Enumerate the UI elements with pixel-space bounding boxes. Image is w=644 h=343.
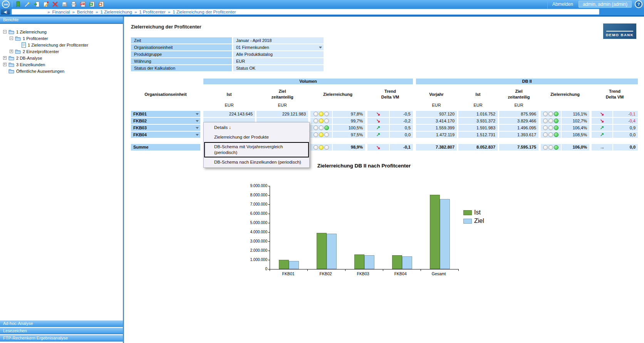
row-label-cell[interactable]: FKB02 — [131, 118, 200, 124]
help-icon[interactable]: ? — [635, 0, 642, 8]
menu-item-3[interactable]: DB-Schema mit Vorjahresvergleich (period… — [204, 142, 309, 157]
menu-item-2[interactable]: Zielerreichung der Produkte — [204, 132, 309, 142]
header-line: Trend — [592, 89, 638, 94]
folder-icon — [8, 62, 14, 67]
tree-item[interactable]: 1 Zielerreichung der Profitcenter — [0, 42, 123, 48]
cell-db-pct: 106,0% — [562, 144, 589, 151]
tree-expander-plus-icon[interactable]: + — [10, 50, 13, 53]
breadcrumb-item-4[interactable]: 1 Profitcenter — [139, 10, 165, 14]
tree-item[interactable]: Öffentliche Auswertungen — [0, 68, 123, 74]
y-tick-mark — [268, 232, 270, 233]
bar-ist-FKB04 — [392, 255, 402, 269]
traffic-dot-red — [543, 112, 548, 116]
trend-arrow-up-icon: ↗ — [592, 132, 612, 138]
tree-expander-plus-icon[interactable]: + — [3, 56, 7, 60]
export-excel-icon[interactable] — [87, 0, 97, 8]
cell-vol-delta: -0,2 — [390, 118, 413, 124]
unit-label — [131, 102, 200, 108]
tree-expander-plus-icon[interactable]: + — [3, 63, 7, 66]
filter-value[interactable]: 01 Firmenkunden — [233, 44, 324, 50]
traffic-dot-yellow — [548, 112, 553, 116]
filter-value: Januar - April 2018 — [233, 37, 324, 44]
bookmark-icon[interactable] — [13, 0, 23, 8]
col-header-zielerreichung-db: Zielerreichung — [541, 88, 589, 101]
top-toolbar: zeb PDF Abmelden admin, admin (admin) ? — [0, 0, 644, 9]
filter-value: Alle Produktkatalog — [233, 51, 324, 57]
traffic-dot-yellow — [548, 119, 553, 123]
sidebar: Berichte −1 Zielerreichung−1 Profitcente… — [0, 17, 124, 343]
cell-vol-delta: 0,0 — [390, 132, 413, 138]
breadcrumb: »Financial»Berichte»1 Zielerreichung»1 P… — [12, 9, 599, 15]
breadcrumb-item-2[interactable]: Berichte — [77, 10, 93, 14]
export-image-icon[interactable] — [97, 0, 106, 8]
cell-db-ist: 3.931.372 — [458, 118, 498, 124]
row-label-cell[interactable]: FKB01 — [131, 111, 200, 117]
accordion-header[interactable]: Lesezeichen — [0, 328, 123, 334]
breadcrumb-item-3[interactable]: 1 Zielerreichung — [100, 10, 132, 14]
cell-db-ziel: 3.829.466 — [499, 118, 538, 124]
menu-item-1[interactable]: Details ↓ — [204, 123, 309, 132]
chevron-down-icon — [196, 134, 199, 136]
legend-entry: Ziel — [463, 218, 484, 224]
row-label-cell[interactable]: FKB03 — [131, 125, 200, 131]
traffic-light-yellow — [310, 118, 332, 124]
header-line: Organisationseinheit — [131, 92, 200, 97]
import-icon[interactable] — [32, 0, 41, 8]
traffic-dot-yellow — [319, 119, 324, 123]
row-label-cell[interactable]: Summe — [131, 144, 200, 151]
export-pdf-icon[interactable]: PDF — [78, 0, 87, 8]
traffic-light-yellow — [310, 111, 332, 117]
col-header-zielerreichung: Zielerreichung — [310, 88, 365, 101]
wand-icon[interactable] — [23, 0, 32, 8]
bar-ist-Gesamt — [430, 195, 440, 269]
cell-db-pct: 106,4% — [562, 125, 589, 131]
delete-icon[interactable] — [50, 0, 60, 8]
tree-item-label: 2 Einzelprofitcenter — [23, 49, 59, 54]
cell-db-pct: 108,5% — [562, 132, 589, 138]
tree-item[interactable]: −1 Profitcenter — [0, 35, 123, 42]
bar-group-FKB03 — [354, 186, 374, 269]
edit-icon[interactable] — [41, 0, 50, 8]
accordion-header[interactable]: FTP-Rechenkern Ergebnisanalyse — [0, 335, 123, 341]
tree-item[interactable]: −1 Zielerreichung — [0, 28, 123, 35]
filter-label: Organisationseinheit — [131, 44, 232, 50]
breadcrumb-item-1[interactable]: Financial — [52, 10, 70, 14]
unit-label: EUR — [458, 102, 498, 108]
traffic-light-yellow — [310, 144, 332, 151]
header-line: Trend — [367, 89, 413, 94]
tree-expander-minus-icon[interactable]: − — [10, 37, 13, 40]
row-label-cell[interactable]: FKB04 — [131, 132, 200, 138]
collapse-sidebar-button[interactable]: ◀| — [1, 9, 10, 15]
tree-item[interactable]: +2 DB-Analyse — [0, 55, 123, 61]
tree-expander-minus-icon[interactable]: − — [3, 30, 7, 33]
current-user-label[interactable]: admin, admin (admin) — [579, 1, 632, 8]
logout-button[interactable]: Abmelden — [547, 0, 578, 8]
x-axis-label: Gesamt — [432, 271, 446, 276]
x-axis-label: FKB01 — [282, 271, 294, 276]
x-tick-mark — [383, 269, 383, 271]
filter-row: WährungEUR — [131, 58, 324, 64]
y-tick-label: 1.000.000 — [240, 258, 267, 262]
col-header-vorjahr: Vorjahr — [416, 88, 457, 101]
traffic-dot-yellow — [319, 132, 324, 137]
cell-db-vorjahr: 7.382.807 — [416, 144, 457, 151]
traffic-light-green — [310, 125, 332, 131]
table-group-header-row: VolumenDB II — [131, 79, 639, 85]
cell-vol-delta: 0,5 — [390, 125, 413, 131]
save-icon[interactable] — [60, 0, 69, 8]
cell-vol-pct: 100,5% — [333, 125, 365, 131]
cell-vol-delta: -0,5 — [390, 111, 413, 117]
tree-item[interactable]: +3 Einzelkunden — [0, 61, 123, 68]
chart-x-labels: FKB01FKB02FKB03FKB04Gesamt — [270, 271, 458, 276]
header-line: Ziel — [257, 89, 308, 94]
menu-item-4[interactable]: DB-Schema nach Einzelkunden (periodisch) — [204, 157, 309, 167]
tree-item[interactable]: +2 Einzelprofitcenter — [0, 48, 123, 55]
print-icon[interactable] — [69, 0, 78, 8]
toolbar-right: Abmelden admin, admin (admin) ? — [547, 0, 644, 8]
y-tick-label: 5.000.000 — [240, 221, 267, 225]
header-line: Delta VM — [367, 94, 413, 100]
traffic-dot-green — [554, 119, 558, 123]
breadcrumb-separator: » — [96, 10, 98, 14]
accordion-header[interactable]: Ad-hoc-Analyse — [0, 320, 123, 327]
breadcrumb-item-5[interactable]: 1 Zielerreichung der Profitcenter — [173, 10, 236, 14]
